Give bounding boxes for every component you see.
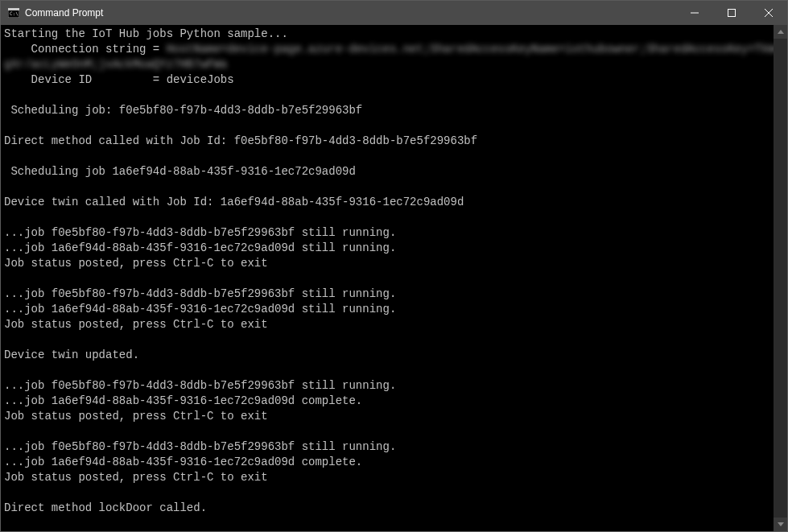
- svg-marker-8: [778, 522, 784, 526]
- console-line: Scheduling job: f0e5bf80-f97b-4dd3-8ddb-…: [4, 103, 770, 118]
- svg-text:C:\: C:\: [10, 10, 19, 16]
- console-line: Device twin called with Job Id: 1a6ef94d…: [4, 195, 770, 210]
- console-line: ...job f0e5bf80-f97b-4dd3-8ddb-b7e5f2996…: [4, 287, 770, 302]
- console-line: [4, 332, 770, 348]
- console-line: [4, 424, 770, 439]
- cmd-icon: C:\: [7, 6, 20, 19]
- console-line: Device twin updated.: [4, 348, 770, 363]
- svg-marker-7: [778, 30, 784, 34]
- console-line: Scheduling job 1a6ef94d-88ab-435f-9316-1…: [4, 164, 770, 179]
- console-line: gXr/acLyWeOnM;jxAckMoaQYz7HB7wFWa: [4, 57, 770, 72]
- console-line: Job status posted, press Ctrl-C to exit: [4, 256, 770, 271]
- console-line: ...job 1a6ef94d-88ab-435f-9316-1ec72c9ad…: [4, 394, 770, 409]
- console-line: ...job f0e5bf80-f97b-4dd3-8ddb-b7e5f2996…: [4, 225, 770, 241]
- redacted-text: gXr/acLyWeOnM;jxAckMoaQYz7HB7wFWa: [4, 58, 227, 71]
- maximize-button[interactable]: [713, 1, 750, 25]
- console-output[interactable]: Starting the IoT Hub jobs Python sample.…: [1, 25, 774, 531]
- console-line: [4, 363, 770, 378]
- console-line: ...job f0e5bf80-f97b-4dd3-8ddb-b7e5f2996…: [4, 378, 770, 394]
- console-line: ...job 1a6ef94d-88ab-435f-9316-1ec72c9ad…: [4, 241, 770, 256]
- window-title: Command Prompt: [25, 7, 676, 19]
- console-line: [4, 210, 770, 225]
- console-line: [4, 516, 770, 531]
- console-line: [4, 485, 770, 501]
- console-line: [4, 179, 770, 195]
- console-line: [4, 118, 770, 134]
- console-area: Starting the IoT Hub jobs Python sample.…: [1, 25, 787, 531]
- console-line: Connection string = HostName=device-page…: [4, 42, 770, 57]
- console-line: Job status posted, press Ctrl-C to exit: [4, 470, 770, 485]
- console-line: [4, 271, 770, 287]
- scroll-up-arrow[interactable]: [774, 25, 787, 39]
- console-line: Job status posted, press Ctrl-C to exit: [4, 317, 770, 332]
- console-line: Starting the IoT Hub jobs Python sample.…: [4, 27, 770, 42]
- console-line: [4, 149, 770, 164]
- svg-rect-4: [728, 10, 736, 17]
- console-line: [4, 88, 770, 103]
- console-line: ...job 1a6ef94d-88ab-435f-9316-1ec72c9ad…: [4, 302, 770, 317]
- console-line: Direct method called with Job Id: f0e5bf…: [4, 134, 770, 149]
- redacted-text: HostName=device-page.azure-devices.net;S…: [167, 43, 774, 56]
- vertical-scrollbar[interactable]: [774, 25, 787, 531]
- scroll-down-arrow[interactable]: [774, 518, 787, 531]
- console-line: Device ID = deviceJobs: [4, 72, 770, 88]
- console-line: Direct method lockDoor called.: [4, 501, 770, 516]
- window-controls: [676, 1, 787, 25]
- console-line: Job status posted, press Ctrl-C to exit: [4, 409, 770, 424]
- close-button[interactable]: [750, 1, 787, 25]
- console-line: ...job 1a6ef94d-88ab-435f-9316-1ec72c9ad…: [4, 455, 770, 470]
- console-line: ...job f0e5bf80-f97b-4dd3-8ddb-b7e5f2996…: [4, 439, 770, 455]
- minimize-button[interactable]: [676, 1, 713, 25]
- titlebar: C:\ Command Prompt: [1, 1, 787, 25]
